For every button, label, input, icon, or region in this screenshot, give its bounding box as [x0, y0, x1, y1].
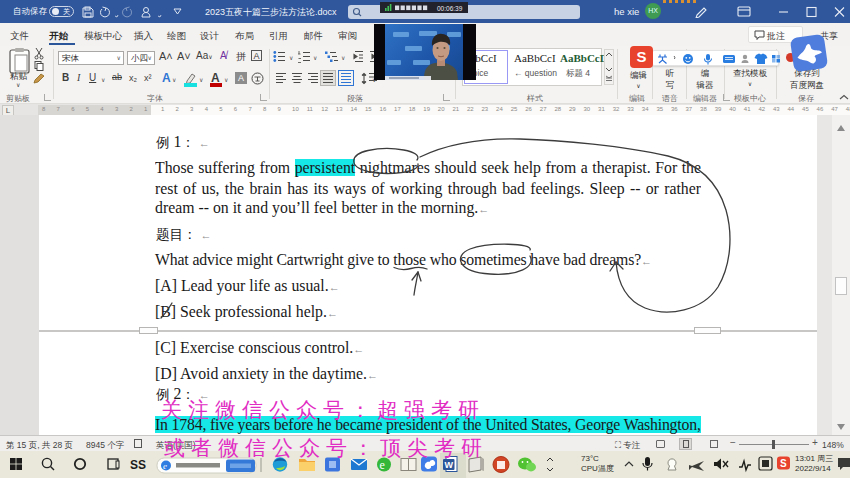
svg-text:00:06:39: 00:06:39: [437, 5, 463, 12]
svg-text:e: e: [380, 458, 385, 472]
svg-text:e: e: [163, 461, 167, 471]
svg-text:S: S: [780, 458, 787, 469]
svg-text:W: W: [445, 460, 454, 470]
svg-text:SS: SS: [130, 458, 146, 472]
